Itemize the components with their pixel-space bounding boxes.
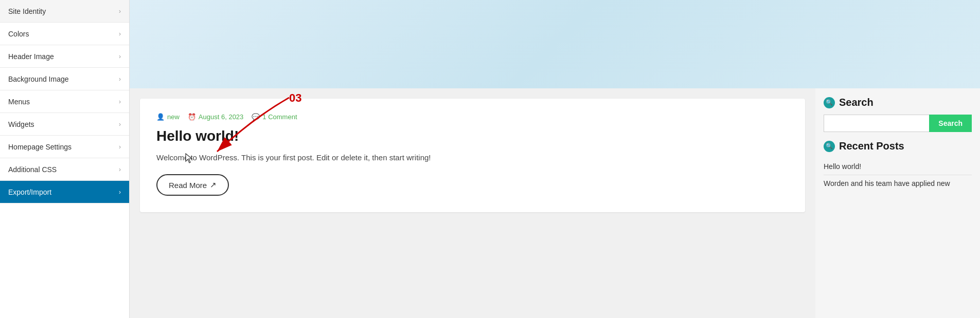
sidebar-item-label: Header Image bbox=[8, 52, 54, 61]
customizer-sidebar: Site Identity›Colors›Header Image›Backgr… bbox=[0, 0, 130, 318]
chevron-icon: › bbox=[119, 98, 121, 105]
hero-banner bbox=[130, 0, 980, 88]
chevron-icon: › bbox=[119, 143, 121, 151]
clock-icon: ⏰ bbox=[188, 113, 196, 121]
post-meta: 👤 new ⏰ August 6, 2023 💬 1 Comment bbox=[156, 113, 789, 121]
user-icon: 👤 bbox=[156, 113, 165, 121]
recent-post-item[interactable]: Hello world! bbox=[824, 158, 972, 175]
post-card: 👤 new ⏰ August 6, 2023 💬 1 Comment Hello… bbox=[140, 99, 805, 212]
chevron-icon: › bbox=[119, 121, 121, 128]
chevron-icon: › bbox=[119, 166, 121, 173]
search-widget-icon: 🔍 bbox=[824, 97, 835, 108]
recent-post-item[interactable]: Worden and his team have applied new bbox=[824, 175, 972, 192]
sidebar-item-header-image[interactable]: Header Image› bbox=[0, 45, 129, 68]
posts-column: 👤 new ⏰ August 6, 2023 💬 1 Comment Hello… bbox=[130, 88, 815, 318]
recent-posts-widget-icon: 🔍 bbox=[824, 141, 835, 152]
sidebar-item-label: Additional CSS bbox=[8, 165, 57, 174]
search-widget-title: 🔍 Search bbox=[824, 97, 972, 108]
sidebar-item-background-image[interactable]: Background Image› bbox=[0, 68, 129, 90]
post-date: ⏰ August 6, 2023 bbox=[188, 113, 243, 121]
sidebar-item-label: Colors bbox=[8, 30, 29, 38]
chevron-icon: › bbox=[119, 189, 121, 196]
content-area: 👤 new ⏰ August 6, 2023 💬 1 Comment Hello… bbox=[130, 88, 980, 318]
sidebar-item-widgets[interactable]: Widgets› bbox=[0, 113, 129, 136]
chevron-icon: › bbox=[119, 30, 121, 38]
recent-posts-widget: 🔍 Recent Posts Hello world!Worden and hi… bbox=[824, 140, 972, 192]
sidebar-item-label: Export/Import bbox=[8, 188, 51, 196]
sidebar-item-menus[interactable]: Menus› bbox=[0, 90, 129, 113]
post-excerpt: Welcome to WordPress. This is your first… bbox=[156, 152, 789, 164]
step-annotation: 03 bbox=[289, 91, 301, 105]
recent-posts-list: Hello world!Worden and his team have app… bbox=[824, 158, 972, 192]
post-author: 👤 new bbox=[156, 113, 180, 121]
widgets-column: 🔍 Search Search 🔍 Recent Posts Hello wor… bbox=[815, 88, 980, 318]
sidebar-item-colors[interactable]: Colors› bbox=[0, 23, 129, 45]
sidebar-item-homepage-settings[interactable]: Homepage Settings› bbox=[0, 136, 129, 158]
sidebar-item-label: Site Identity bbox=[8, 7, 46, 15]
chevron-icon: › bbox=[119, 8, 121, 15]
sidebar-item-label: Menus bbox=[8, 98, 30, 106]
sidebar-item-label: Homepage Settings bbox=[8, 143, 72, 151]
recent-posts-widget-title: 🔍 Recent Posts bbox=[824, 140, 972, 152]
sidebar-item-site-identity[interactable]: Site Identity› bbox=[0, 0, 129, 23]
search-form: Search bbox=[824, 115, 972, 132]
sidebar-item-label: Background Image bbox=[8, 75, 69, 83]
comment-icon: 💬 bbox=[252, 113, 260, 121]
chevron-icon: › bbox=[119, 53, 121, 60]
sidebar-item-export-import[interactable]: Export/Import› bbox=[0, 181, 129, 203]
read-more-button[interactable]: Read More ↗ bbox=[156, 174, 229, 196]
post-title: Hello world! bbox=[156, 127, 789, 145]
post-comments: 💬 1 Comment bbox=[252, 113, 297, 121]
search-input[interactable] bbox=[824, 115, 929, 132]
search-button[interactable]: Search bbox=[929, 115, 972, 132]
sidebar-item-additional-css[interactable]: Additional CSS› bbox=[0, 158, 129, 181]
main-content: 03 👤 new ⏰ bbox=[130, 0, 980, 318]
sidebar-item-label: Widgets bbox=[8, 120, 34, 128]
search-widget: 🔍 Search Search bbox=[824, 97, 972, 132]
chevron-icon: › bbox=[119, 76, 121, 83]
